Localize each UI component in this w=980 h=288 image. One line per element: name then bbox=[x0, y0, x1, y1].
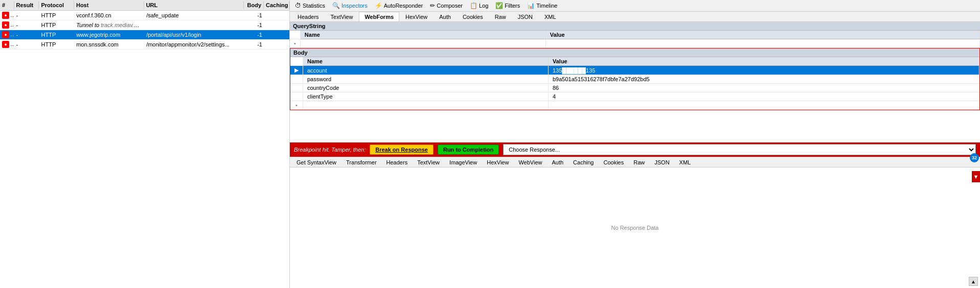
qs-name-cell[interactable] bbox=[300, 39, 545, 48]
body-header: Body bbox=[290, 49, 979, 57]
tab-headers[interactable]: Headers bbox=[292, 12, 325, 21]
tab-textview[interactable]: TextView bbox=[325, 12, 359, 21]
tab-webview[interactable]: WebView bbox=[514, 157, 546, 167]
row-caching bbox=[264, 44, 289, 45]
tab-caching[interactable]: Caching bbox=[568, 157, 598, 167]
row-protocol: HTTP bbox=[39, 12, 75, 19]
break-on-response-button[interactable]: Break on Response bbox=[370, 145, 434, 155]
response-body: No Response Data bbox=[290, 167, 980, 288]
row-host: Tunnel to track.mediav.com:443 bbox=[74, 21, 144, 29]
querystring-header: QueryString bbox=[290, 22, 980, 31]
body-name-empty[interactable] bbox=[303, 101, 549, 110]
table-row[interactable]: ●4 - HTTP www.jegotrip.com /portal/api/u… bbox=[0, 30, 289, 40]
body-row-countrycode[interactable]: countryCode 86 bbox=[290, 84, 979, 92]
autoresponder-label: AutoResponder bbox=[384, 3, 423, 9]
timeline-label: Timeline bbox=[536, 3, 557, 9]
tab-webforms[interactable]: WebForms bbox=[359, 12, 399, 21]
tab-response-cookies[interactable]: Cookies bbox=[599, 157, 628, 167]
response-tab-bar: Get SyntaxView Transformer Headers TextV… bbox=[290, 157, 980, 167]
tab-auth[interactable]: Auth bbox=[434, 12, 457, 21]
tab-response-hexview[interactable]: HexView bbox=[482, 157, 513, 167]
table-row[interactable]: ●2 - HTTP vconf.f.360.cn /safe_update -1 bbox=[0, 11, 289, 20]
body-value-password[interactable]: b9a501a515316278f7dbfe7a27d92bd5 bbox=[549, 75, 979, 84]
table-row[interactable]: ●5 - HTTP mon.snssdk.com /monitor/appmon… bbox=[0, 40, 289, 50]
row-host: www.jegotrip.com bbox=[74, 31, 144, 38]
table-row[interactable]: ●3 - HTTP Tunnel to track.mediav.com:443… bbox=[0, 20, 289, 30]
tab-raw[interactable]: Raw bbox=[489, 12, 512, 21]
tab-response-auth[interactable]: Auth bbox=[547, 157, 568, 167]
inspectors-button[interactable]: 🔍 Inspectors bbox=[329, 1, 371, 10]
qs-name-col: Name bbox=[300, 31, 545, 39]
tab-xml[interactable]: XML bbox=[539, 12, 562, 21]
autoresponder-button[interactable]: ⚡ AutoResponder bbox=[372, 1, 426, 10]
col-protocol-header: Protocol bbox=[39, 1, 74, 9]
log-button[interactable]: 📋 Log bbox=[467, 1, 491, 10]
tab-response-headers[interactable]: Headers bbox=[382, 157, 413, 167]
log-icon: 📋 bbox=[470, 2, 477, 9]
col-url-header: URL bbox=[144, 1, 244, 9]
timeline-icon: 📊 bbox=[527, 2, 535, 9]
body-bullet-col bbox=[290, 57, 303, 66]
row-url: /portal/api/usr/v1/login bbox=[144, 31, 244, 38]
row-url: /safe_update bbox=[144, 12, 244, 19]
body-value-empty[interactable] bbox=[549, 101, 979, 110]
scroll-up-button[interactable]: ▲ bbox=[969, 277, 978, 286]
breakpoint-message: Breakpoint hit. Tamper, then: bbox=[294, 147, 366, 153]
body-empty-row: • bbox=[290, 101, 979, 110]
body-row-indicator: ▶ bbox=[290, 66, 303, 75]
tab-cookies[interactable]: Cookies bbox=[457, 12, 489, 21]
row-id: ●3 bbox=[0, 21, 14, 29]
col-host-header: Host bbox=[74, 1, 144, 9]
tab-json[interactable]: JSON bbox=[512, 12, 538, 21]
run-to-completion-button[interactable]: Run to Completion bbox=[438, 145, 499, 155]
tab-get-syntaxview[interactable]: Get SyntaxView bbox=[292, 157, 341, 167]
scroll-badge: 32 bbox=[970, 153, 979, 162]
body-row-password[interactable]: password b9a501a515316278f7dbfe7a27d92bd… bbox=[290, 75, 979, 84]
tab-transformer[interactable]: Transformer bbox=[341, 157, 381, 167]
inspectors-icon: 🔍 bbox=[332, 2, 340, 9]
row-caching bbox=[264, 15, 289, 16]
body-value-col: Value bbox=[549, 57, 979, 66]
composer-button[interactable]: ✏ Composer bbox=[427, 1, 466, 10]
body-name-clienttype[interactable]: clientType bbox=[303, 92, 549, 101]
inspectors-label: Inspectors bbox=[341, 3, 368, 9]
row-url bbox=[144, 25, 244, 26]
row-icon: ● bbox=[2, 21, 9, 29]
filters-button[interactable]: ✅ Filters bbox=[492, 1, 523, 10]
log-label: Log bbox=[479, 3, 488, 9]
row-caching bbox=[264, 25, 289, 26]
body-value-account[interactable]: 135██████135 bbox=[549, 66, 979, 75]
tab-response-xml[interactable]: XML bbox=[675, 157, 696, 167]
top-toolbar: ⏱ Statistics 🔍 Inspectors ⚡ AutoResponde… bbox=[290, 0, 980, 12]
tab-hexview[interactable]: HexView bbox=[400, 12, 433, 21]
body-value-clienttype[interactable]: 4 bbox=[549, 92, 979, 101]
tab-imageview[interactable]: ImageView bbox=[445, 157, 482, 167]
tab-response-raw[interactable]: Raw bbox=[629, 157, 649, 167]
statistics-button[interactable]: ⏱ Statistics bbox=[292, 1, 328, 10]
row-result: - bbox=[14, 31, 39, 38]
col-result-header: Result bbox=[14, 1, 39, 9]
row-icon: ● bbox=[2, 12, 9, 19]
qs-value-cell[interactable] bbox=[545, 39, 979, 48]
body-table-wrap: Name Value ▶ account 135██████135 bbox=[290, 57, 979, 110]
choose-response-dropdown[interactable]: Choose Response... bbox=[503, 144, 976, 155]
sessions-list: ●2 - HTTP vconf.f.360.cn /safe_update -1… bbox=[0, 11, 289, 288]
dropdown-arrow[interactable]: ▼ bbox=[972, 171, 980, 182]
no-response-label: No Response Data bbox=[611, 225, 659, 231]
col-caching-header: Caching bbox=[264, 1, 289, 9]
body-row-account[interactable]: ▶ account 135██████135 bbox=[290, 66, 979, 75]
body-row-clienttype[interactable]: clientType 4 bbox=[290, 92, 979, 101]
row-body: -1 bbox=[244, 21, 264, 29]
tab-response-textview[interactable]: TextView bbox=[413, 157, 444, 167]
querystring-table-wrap: Name Value • bbox=[290, 31, 980, 48]
body-name-account[interactable]: account bbox=[303, 66, 549, 75]
querystring-section: QueryString Name Value • bbox=[290, 22, 980, 48]
autoresponder-icon: ⚡ bbox=[375, 2, 382, 9]
statistics-icon: ⏱ bbox=[295, 2, 301, 9]
body-name-countrycode[interactable]: countryCode bbox=[303, 84, 549, 92]
request-tab-bar: Headers TextView WebForms HexView Auth C… bbox=[290, 12, 980, 22]
tab-response-json[interactable]: JSON bbox=[650, 157, 674, 167]
timeline-button[interactable]: 📊 Timeline bbox=[524, 1, 560, 10]
body-value-countrycode[interactable]: 86 bbox=[549, 84, 979, 92]
body-name-password[interactable]: password bbox=[303, 75, 549, 84]
